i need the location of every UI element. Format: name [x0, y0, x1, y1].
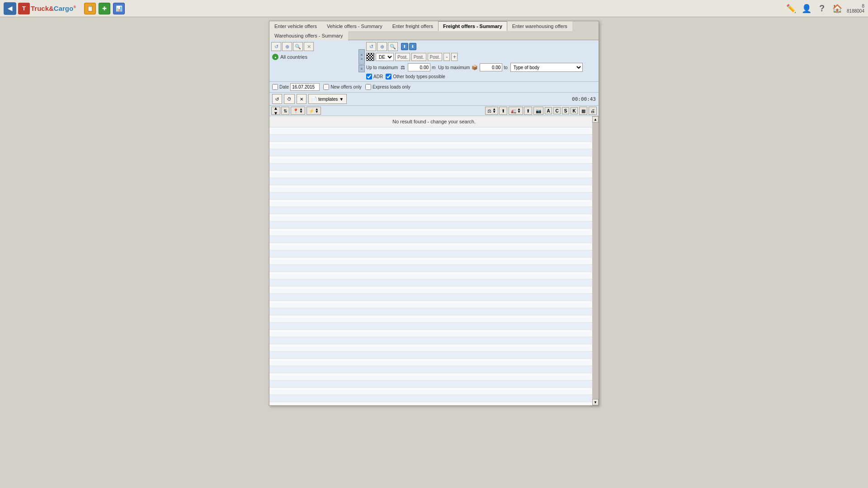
- edit-icon[interactable]: ✏️: [785, 3, 797, 14]
- tab-bar: Enter vehicle offers Vehicle offers - Su…: [269, 21, 599, 40]
- table-row: [269, 352, 599, 359]
- country-select[interactable]: DE AT PL: [376, 53, 394, 61]
- user-icon[interactable]: 👤: [801, 3, 812, 14]
- tab-enter-freight-offers[interactable]: Enter freight offers: [387, 21, 438, 31]
- collapse-section: ✕ ≡ ≡: [359, 42, 365, 80]
- col-letter-a[interactable]: A: [545, 107, 552, 114]
- country-flag-icon: ●: [272, 54, 278, 60]
- clear-left-btn[interactable]: ✕: [304, 42, 314, 51]
- toolbar-icon-2[interactable]: ✚: [99, 3, 110, 14]
- post-btn-1[interactable]: Post.: [395, 53, 410, 61]
- tab-enter-vehicle-offers[interactable]: Enter vehicle offers: [269, 21, 322, 31]
- result-rows: [269, 127, 599, 405]
- max-label-1: Up to maximum: [366, 65, 398, 70]
- col-print-icon[interactable]: 🖨: [589, 107, 597, 115]
- col-letter-c[interactable]: C: [553, 107, 561, 114]
- table-row: [269, 135, 599, 142]
- refresh-icon: ↺: [275, 97, 279, 102]
- template-icon: 📄: [311, 97, 317, 102]
- col-sort-2[interactable]: 📍 ▲▼: [291, 107, 305, 115]
- clear-icon: ✕: [300, 97, 303, 102]
- adr-checkbox-row: ADR Other body types possible: [366, 74, 597, 80]
- expand-btn[interactable]: ≡: [359, 65, 365, 72]
- col-sort-truck[interactable]: 🚛 ▲▼: [509, 107, 523, 115]
- col-group-truck: 🚛 ▲▼ ⬆: [509, 107, 532, 115]
- clock-btn[interactable]: ⏱: [284, 94, 295, 104]
- table-row: [269, 200, 599, 207]
- top-right-area: ✏️ 👤 ? 🏠 8 8188004: [785, 3, 864, 14]
- max-volume-input[interactable]: [480, 63, 502, 71]
- filter-row-2: Date New offers only Express loads only: [269, 82, 599, 93]
- toolbar-icon-1[interactable]: 📋: [84, 3, 96, 14]
- col-icon-truck-extra[interactable]: ⬆: [524, 107, 532, 115]
- col-letter-k[interactable]: K: [571, 107, 578, 114]
- col-letter-s[interactable]: S: [562, 107, 569, 114]
- search-right-btn[interactable]: 🔍: [388, 42, 398, 51]
- post-btn-3[interactable]: Post.: [428, 53, 443, 61]
- table-row: [269, 221, 599, 229]
- tab-vehicle-offers-summary[interactable]: Vehicle offers - Summary: [322, 21, 387, 31]
- tab-enter-warehousing-offers[interactable]: Enter warehousing offers: [507, 21, 572, 31]
- sort-arrows-3: ▲▼: [315, 108, 319, 114]
- col-sort-1[interactable]: ▲▼: [271, 107, 280, 115]
- sort-icon-2: 📍: [293, 108, 298, 113]
- clear-search-btn[interactable]: ✕: [297, 94, 307, 104]
- tab-warehousing-offers-summary[interactable]: Warehousing offers - Summary: [269, 31, 348, 40]
- plus-btn[interactable]: +: [451, 53, 458, 61]
- type-of-body-select[interactable]: Type of body: [510, 63, 583, 72]
- table-row: [269, 380, 599, 388]
- tab-freight-offers-summary[interactable]: Freight offers - Summary: [438, 21, 507, 31]
- export-out-icon[interactable]: ⬇: [409, 43, 416, 50]
- add-right-btn[interactable]: ⊕: [377, 42, 387, 51]
- table-row: [269, 171, 599, 178]
- col-sort-camera[interactable]: 📷: [533, 107, 543, 115]
- new-offers-checkbox[interactable]: [323, 84, 329, 90]
- col-icon-weight-extra[interactable]: ⬆: [499, 107, 507, 115]
- date-checkbox[interactable]: [272, 84, 278, 90]
- checkered-flag-icon: [366, 53, 374, 61]
- filter-panel-top: ↺ ⊕ 🔍 ✕ ● All countries: [269, 40, 599, 82]
- scroll-down-arrow[interactable]: ▼: [592, 399, 599, 405]
- toolbar-icon-3[interactable]: 📊: [113, 3, 125, 14]
- refresh-btn[interactable]: ↺: [272, 94, 282, 104]
- col-headers: ▲▼ ⇅ 📍 ▲▼ ⚡ ▲▼ ⚖ ▲▼: [269, 106, 599, 116]
- refresh-left-btn[interactable]: ↺: [271, 42, 281, 51]
- other-body-checkbox[interactable]: [386, 74, 392, 80]
- minus-btn[interactable]: -: [443, 53, 450, 61]
- table-row: [269, 373, 599, 380]
- scroll-track[interactable]: [592, 122, 599, 399]
- date-input[interactable]: [290, 83, 320, 91]
- table-row: [269, 388, 599, 395]
- table-row: [269, 258, 599, 265]
- table-row: [269, 207, 599, 214]
- user-id: 8188004: [847, 9, 864, 14]
- refresh-right-btn[interactable]: ↺: [366, 42, 376, 51]
- vertical-scrollbar[interactable]: ▲ ▼: [592, 116, 599, 405]
- home-icon[interactable]: 🏠: [831, 3, 843, 14]
- filter-icons-right: ↺ ⊕ 🔍: [366, 42, 398, 51]
- search-left-btn[interactable]: 🔍: [293, 42, 303, 51]
- export-in-icon[interactable]: ⬆: [401, 43, 408, 50]
- col-sort-3[interactable]: ⚡ ▲▼: [307, 107, 321, 115]
- app-back-icon[interactable]: ◀: [4, 2, 16, 15]
- col-sort-weight[interactable]: ⚖ ▲▼: [485, 107, 498, 115]
- table-row: [269, 279, 599, 286]
- no-result-message: No result found - change your search.: [269, 116, 599, 127]
- table-row: [269, 185, 599, 192]
- express-loads-checkbox[interactable]: [365, 84, 371, 90]
- col-grid-icon[interactable]: ▦: [579, 107, 587, 115]
- camera-col-icon: 📷: [536, 108, 541, 113]
- export-icon-group: ⬆ ⬇: [401, 43, 416, 50]
- top-bar: ◀ T Truck&Cargo® 📋 ✚ 📊 ✏️ 👤 ? 🏠 8 818800…: [0, 0, 868, 17]
- timer-display: 00:00:43: [572, 96, 596, 102]
- help-icon[interactable]: ?: [816, 3, 828, 14]
- col-icon-1[interactable]: ⇅: [281, 107, 289, 115]
- collapse-btn[interactable]: ✕ ≡: [359, 49, 365, 65]
- adr-checkbox[interactable]: [366, 74, 372, 80]
- table-row: [269, 250, 599, 258]
- max-weight-input[interactable]: [408, 63, 430, 71]
- scroll-up-arrow[interactable]: ▲: [592, 116, 599, 122]
- templates-btn[interactable]: 📄 templates ▼: [308, 94, 347, 104]
- add-left-btn[interactable]: ⊕: [282, 42, 292, 51]
- post-btn-2[interactable]: Post.: [411, 53, 426, 61]
